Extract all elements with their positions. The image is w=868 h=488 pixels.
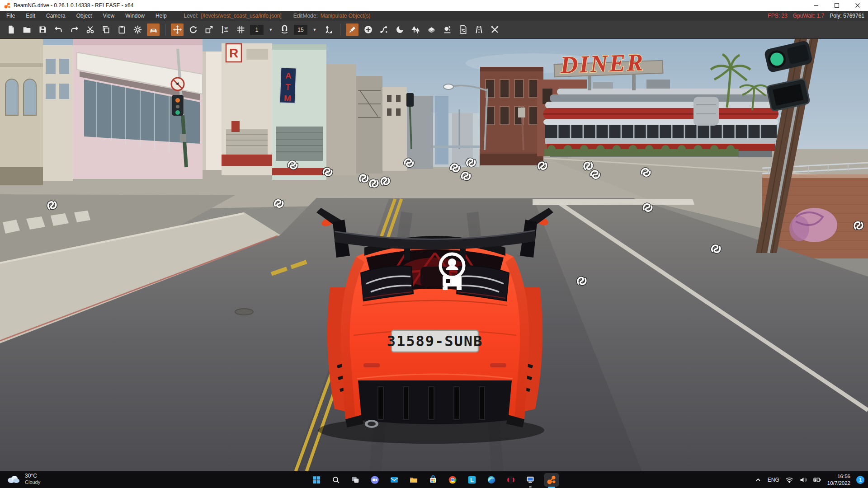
l-app-icon[interactable]: L xyxy=(466,474,478,486)
window-titlebar[interactable]: BeamNG.drive - 0.26.1.0.14338 - RELEASE … xyxy=(0,0,868,11)
perf-stats: FPS: 23 GpuWait: 1.7 Poly: 5769761 xyxy=(768,13,868,19)
level-path[interactable]: [/levels/west_coast_usa/info.json] xyxy=(201,13,282,19)
terrain-tool-button[interactable] xyxy=(393,23,406,36)
menu-item-object[interactable]: Object xyxy=(76,13,92,19)
taskbar-app-icons: L xyxy=(311,471,559,488)
snap-size-caret[interactable]: ▼ xyxy=(267,25,275,35)
l-app-letter: L xyxy=(470,476,474,483)
mesh-road-tool-button[interactable] xyxy=(425,23,438,36)
forest-tool-button[interactable] xyxy=(409,23,422,36)
editmode-value[interactable]: Manipulate Object(s) xyxy=(321,13,371,19)
menu-item-camera[interactable]: Camera xyxy=(46,13,66,19)
river-tool-button[interactable] xyxy=(457,23,469,36)
scatter-tool-button[interactable] xyxy=(488,23,501,36)
level-label: Level: xyxy=(184,13,198,19)
toolbar-separator xyxy=(165,24,165,36)
license-plate-text: 31589-SUNB xyxy=(387,333,483,350)
cloud-icon xyxy=(5,474,21,484)
menu-item-edit[interactable]: Edit xyxy=(26,13,35,19)
search-icon[interactable] xyxy=(330,474,342,486)
cut-button[interactable] xyxy=(84,23,96,36)
editor-menubar: File Edit Camera Object View Window Help… xyxy=(0,11,868,21)
language-indicator[interactable]: ENG xyxy=(768,477,779,483)
menu-item-window[interactable]: Window xyxy=(125,13,145,19)
drop-to-ground-button[interactable] xyxy=(322,23,335,36)
squiggle-marker xyxy=(274,200,283,207)
translate-tool-button[interactable] xyxy=(171,23,184,36)
menu-item-file[interactable]: File xyxy=(6,13,15,19)
store-icon[interactable] xyxy=(427,474,439,486)
path-tool-button[interactable] xyxy=(377,23,390,36)
diner-building xyxy=(543,80,778,157)
new-file-button[interactable] xyxy=(5,23,17,36)
weather-temp: 30°C xyxy=(25,473,40,479)
remote-desktop-icon[interactable] xyxy=(524,474,536,486)
editor-toolbar: w 1 ▼ 15 ▼ xyxy=(0,21,868,39)
squiggle-marker xyxy=(712,245,720,253)
edge-icon[interactable] xyxy=(486,474,497,486)
window-title: BeamNG.drive - 0.26.1.0.14338 - RELEASE … xyxy=(14,2,133,9)
poly-stat: Poly: 5769761 xyxy=(830,13,864,19)
chrome-icon[interactable] xyxy=(447,474,458,486)
start-button[interactable] xyxy=(311,474,322,486)
scene-svg: R A T M xyxy=(0,39,868,471)
battery-icon[interactable] xyxy=(813,476,821,483)
add-object-tool-button[interactable] xyxy=(362,23,374,36)
r-sign-text: R xyxy=(229,46,238,60)
snap-angle-value[interactable]: 15 xyxy=(294,25,307,35)
squiggle-marker xyxy=(450,164,460,172)
tray-chevron-icon[interactable] xyxy=(755,476,762,483)
snap-grid-tool-button[interactable] xyxy=(234,23,247,36)
windows-taskbar: 30°C Cloudy L ENG 16:56 xyxy=(0,471,868,488)
close-button[interactable] xyxy=(847,0,868,11)
menu-item-help[interactable]: Help xyxy=(156,13,167,19)
atm-letter-m: M xyxy=(284,94,292,103)
beamng-taskbar-icon[interactable] xyxy=(544,473,559,487)
tray-date: 10/7/2022 xyxy=(827,480,850,486)
rotate-tool-button[interactable] xyxy=(187,23,199,36)
decal-road-tool-button[interactable] xyxy=(472,23,485,36)
squiggle-marker xyxy=(577,277,586,285)
atm-sign: A T M xyxy=(280,67,297,103)
snap-size-value[interactable]: 1 xyxy=(250,25,264,35)
beamng-logo-icon xyxy=(4,2,11,9)
particle-tool-button[interactable] xyxy=(441,23,453,36)
snap-angle-caret[interactable]: ▼ xyxy=(311,25,319,35)
minimize-button[interactable] xyxy=(806,0,826,11)
toolbar-separator xyxy=(340,24,340,36)
draw-tool-button[interactable] xyxy=(346,23,359,36)
speaker-icon[interactable] xyxy=(799,476,807,483)
tray-time: 16:56 xyxy=(827,473,850,479)
squiggle-marker xyxy=(643,204,652,211)
file-explorer-icon[interactable] xyxy=(408,474,420,486)
notification-badge[interactable]: 1 xyxy=(856,476,864,484)
squiggle-marker xyxy=(359,174,368,182)
open-folder-button[interactable] xyxy=(20,23,33,36)
gpuwait-stat: GpuWait: 1.7 xyxy=(793,13,825,19)
scale-tool-button[interactable] xyxy=(203,23,215,36)
clock[interactable]: 16:56 10/7/2022 xyxy=(827,473,850,486)
running-indicator xyxy=(529,486,532,488)
atm-letter-t: T xyxy=(285,82,291,92)
task-view-icon[interactable] xyxy=(349,474,361,486)
mail-icon[interactable] xyxy=(388,474,400,486)
vehicle-tool-button[interactable] xyxy=(147,23,160,36)
opera-gx-icon[interactable] xyxy=(505,474,517,486)
copy-button[interactable] xyxy=(99,23,112,36)
snap-rotate-tool-button[interactable] xyxy=(278,23,291,36)
chat-icon[interactable] xyxy=(369,474,381,486)
wifi-icon[interactable] xyxy=(785,476,793,483)
fps-stat: FPS: 23 xyxy=(768,13,787,19)
redo-button[interactable] xyxy=(68,23,80,36)
viewport-3d-scene[interactable]: R A T M xyxy=(0,39,868,471)
settings-button[interactable] xyxy=(131,23,144,36)
menu-item-view[interactable]: View xyxy=(103,13,114,19)
diner-sign-text: DINER xyxy=(559,49,645,79)
weather-widget[interactable]: 30°C Cloudy xyxy=(5,473,40,486)
squiggle-marker xyxy=(538,162,547,170)
save-button[interactable] xyxy=(36,23,49,36)
undo-button[interactable] xyxy=(52,23,65,36)
paste-button[interactable] xyxy=(115,23,128,36)
measure-tool-button[interactable]: w xyxy=(218,23,231,36)
maximize-button[interactable] xyxy=(826,0,847,11)
